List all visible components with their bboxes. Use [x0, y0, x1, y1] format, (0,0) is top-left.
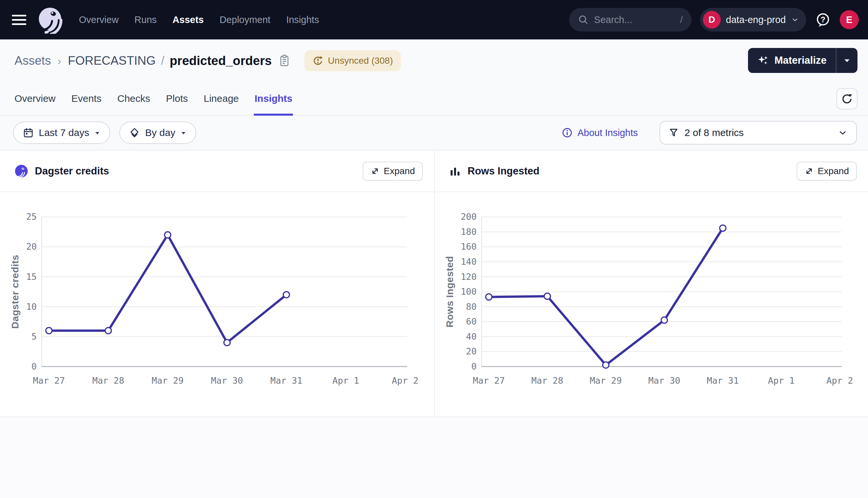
expand-button-label: Expand	[384, 166, 415, 176]
expand-dagster-credits-button[interactable]: Expand	[363, 162, 423, 181]
svg-text:Rows Ingested: Rows Ingested	[444, 256, 455, 328]
dagster-octopus-icon	[36, 5, 64, 34]
svg-text:0: 0	[31, 361, 37, 371]
chart-title: Dagster credits	[35, 165, 109, 177]
nav-item-overview[interactable]: Overview	[79, 14, 119, 25]
insights-filter-bar: Last 7 days By day About Insights 2 of 8…	[0, 116, 868, 150]
help-button[interactable]: ?	[815, 12, 831, 28]
svg-text:Mar 29: Mar 29	[590, 376, 622, 386]
unsynced-badge-label: Unsynced (308)	[328, 55, 393, 66]
metrics-filter-dropdown[interactable]: 2 of 8 metrics	[660, 121, 857, 145]
chevron-down-icon	[838, 128, 847, 137]
deployment-badge: D	[703, 11, 721, 29]
svg-text:5: 5	[31, 331, 37, 342]
tab-plots[interactable]: Plots	[166, 82, 188, 115]
materialize-button-label: Materialize	[774, 54, 827, 66]
svg-text:Mar 30: Mar 30	[211, 376, 243, 386]
dagster-metric-icon	[14, 164, 28, 178]
clipboard-icon	[279, 54, 290, 67]
dagster-credits-card: Dagster credits Expand 0510152025Mar 27M…	[0, 150, 434, 417]
svg-text:200: 200	[461, 212, 477, 222]
page-title-asset-name: predicted_orders	[170, 54, 271, 68]
dagster-logo[interactable]	[36, 5, 64, 34]
materialize-dropdown-button[interactable]	[837, 48, 857, 73]
granularity-filter-button[interactable]: By day	[119, 121, 196, 144]
tab-events[interactable]: Events	[71, 82, 102, 115]
expand-arrows-icon	[371, 167, 380, 176]
dagster-credits-chart[interactable]: 0510152025Mar 27Mar 28Mar 29Mar 30Mar 31…	[0, 192, 433, 417]
sparkles-icon	[757, 54, 769, 66]
svg-text:Dagster credits: Dagster credits	[10, 254, 21, 328]
svg-text:Mar 29: Mar 29	[152, 376, 183, 386]
top-nav: Overview Runs Assets Deployment Insights…	[0, 0, 868, 39]
refresh-icon	[841, 93, 853, 105]
hamburger-icon[interactable]	[12, 15, 27, 25]
deployment-switcher[interactable]: D data-eng-prod	[700, 8, 806, 31]
asset-tabs: Overview Events Checks Plots Lineage Ins…	[0, 82, 868, 116]
expand-arrows-icon	[805, 167, 814, 176]
nav-item-assets[interactable]: Assets	[173, 14, 204, 25]
search-input[interactable]: Search... /	[569, 8, 691, 31]
about-insights-label: About Insights	[577, 128, 638, 138]
chevron-down-icon	[791, 16, 799, 24]
svg-text:20: 20	[466, 346, 476, 356]
materialize-button[interactable]: Materialize	[748, 48, 837, 73]
tab-overview[interactable]: Overview	[14, 82, 55, 115]
asset-header-row: Assets › FORECASTING / predicted_orders …	[0, 39, 868, 82]
calendar-icon	[23, 128, 34, 138]
about-insights-link[interactable]: About Insights	[562, 127, 638, 138]
svg-text:Mar 28: Mar 28	[531, 376, 563, 386]
nav-right-cluster: Search... / D data-eng-prod ? E	[569, 8, 859, 31]
svg-text:?: ?	[821, 15, 826, 24]
breadcrumb-assets-link[interactable]: Assets	[14, 54, 51, 68]
svg-text:80: 80	[466, 302, 476, 312]
tab-checks[interactable]: Checks	[117, 82, 150, 115]
breadcrumb-separator: /	[161, 54, 164, 68]
svg-text:Apr 1: Apr 1	[332, 376, 359, 386]
filter-funnel-icon	[669, 128, 679, 137]
tab-lineage[interactable]: Lineage	[204, 82, 239, 115]
materialize-split-button: Materialize	[748, 48, 857, 73]
copy-asset-name-button[interactable]	[279, 54, 290, 67]
svg-text:Mar 27: Mar 27	[33, 376, 65, 386]
rows-ingested-header: Rows Ingested Expand	[435, 150, 868, 192]
svg-text:25: 25	[26, 212, 37, 222]
svg-text:140: 140	[461, 257, 477, 267]
nav-item-insights[interactable]: Insights	[286, 14, 319, 25]
svg-text:180: 180	[461, 227, 477, 237]
dagster-credits-header: Dagster credits Expand	[0, 150, 434, 192]
rows-ingested-card: Rows Ingested Expand 0204060801001201401…	[434, 150, 868, 417]
caret-down-icon	[180, 131, 187, 135]
svg-text:60: 60	[466, 316, 476, 327]
primary-nav: Overview Runs Assets Deployment Insights	[79, 14, 319, 25]
svg-text:Apr 2: Apr 2	[392, 376, 419, 386]
search-icon	[578, 14, 589, 25]
search-placeholder: Search...	[594, 14, 632, 25]
svg-text:Apr 2: Apr 2	[827, 376, 853, 386]
info-icon	[562, 127, 573, 138]
svg-text:0: 0	[472, 361, 477, 371]
expand-rows-ingested-button[interactable]: Expand	[797, 162, 857, 181]
date-range-filter-button[interactable]: Last 7 days	[13, 121, 110, 144]
tab-insights[interactable]: Insights	[255, 82, 292, 115]
rows-ingested-chart[interactable]: 020406080100120140160180200Mar 27Mar 28M…	[435, 192, 868, 417]
unsynced-status-badge[interactable]: Unsynced (308)	[305, 50, 401, 71]
chart-title: Rows Ingested	[468, 165, 539, 177]
date-range-label: Last 7 days	[39, 127, 89, 138]
expand-button-label: Expand	[818, 166, 849, 176]
user-avatar[interactable]: E	[840, 10, 859, 29]
search-shortcut-hint: /	[680, 14, 682, 25]
granularity-label: By day	[145, 127, 175, 138]
refresh-button[interactable]	[837, 88, 857, 109]
sync-alert-icon	[312, 55, 323, 66]
svg-text:40: 40	[466, 331, 476, 342]
nav-item-runs[interactable]: Runs	[135, 14, 157, 25]
breadcrumb-group-link[interactable]: FORECASTING	[68, 54, 155, 68]
svg-text:Mar 28: Mar 28	[92, 376, 124, 386]
caret-down-icon	[94, 131, 100, 135]
svg-text:Apr 1: Apr 1	[768, 376, 795, 386]
insights-charts-grid: Dagster credits Expand 0510152025Mar 27M…	[0, 150, 868, 417]
svg-text:10: 10	[26, 302, 37, 312]
nav-item-deployment[interactable]: Deployment	[220, 14, 271, 25]
svg-text:Mar 31: Mar 31	[270, 376, 302, 386]
